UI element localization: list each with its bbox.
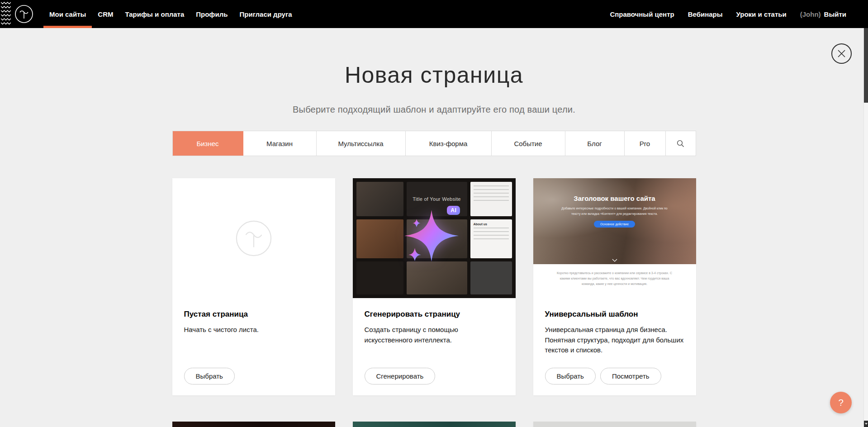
zigzag-icon	[1, 1, 11, 27]
page-subtitle: Выберите подходящий шаблон и адаптируйте…	[0, 104, 868, 115]
logout-label: Выйти	[824, 10, 846, 18]
blank-page-card: Пустая страница Начать с чистого листа. …	[172, 178, 335, 395]
mosaic-photo-tile	[356, 182, 403, 216]
view-template-button[interactable]: Посмотреть	[600, 368, 661, 384]
tab-pro[interactable]: Pro	[625, 131, 666, 156]
tilda-logo[interactable]	[14, 5, 33, 24]
scrollbar-down-arrow[interactable]	[864, 421, 868, 427]
nav-item-webinars[interactable]: Вебинары	[688, 10, 723, 18]
card-description: Универсальная страница для бизнеса. Поня…	[545, 325, 684, 356]
card-description: Начать с чистого листа.	[184, 325, 323, 335]
template-body-text: Коротко представьтесь и расскажите о ком…	[533, 264, 696, 298]
ai-generate-preview[interactable]: Title of Your Website About us	[353, 178, 516, 298]
nav-item-help-center[interactable]: Справочный центр	[610, 10, 674, 18]
chevron-down-icon	[612, 259, 617, 262]
mosaic-about-tile: About us	[470, 219, 512, 258]
nav-item-lessons[interactable]: Уроки и статьи	[736, 10, 787, 18]
tab-blog[interactable]: Блог	[565, 131, 625, 156]
template-preview-partial	[533, 422, 696, 427]
about-us-label: About us	[474, 223, 509, 226]
choose-blank-button[interactable]: Выбрать	[184, 368, 235, 384]
preview-site-title: Title of Your Website	[413, 196, 461, 202]
mosaic-photo-tile	[470, 261, 512, 294]
close-button[interactable]	[831, 43, 852, 64]
template-cta-button: Основное действие	[594, 221, 635, 228]
nav-item-tariffs[interactable]: Тарифы и оплата	[119, 0, 190, 28]
template-category-tabs: Бизнес Магазин Мультиссылка Квиз-форма С…	[172, 131, 696, 156]
card-actions: Выбрать Посмотреть	[545, 360, 684, 384]
template-card-partial[interactable]	[353, 422, 516, 427]
tilda-watermark-icon	[235, 220, 272, 257]
scrollbar-thumb[interactable]	[864, 28, 868, 103]
template-hero: Заголовок вашего сайта Добавьте интересн…	[533, 178, 696, 264]
blank-page-preview[interactable]	[172, 178, 335, 298]
tab-search[interactable]	[666, 131, 696, 156]
mosaic-photo-tile	[356, 219, 403, 258]
tab-event[interactable]: Событие	[492, 131, 565, 156]
top-navigation-bar: Мои сайты CRM Тарифы и оплата Профиль Пр…	[0, 0, 868, 28]
generate-button[interactable]: Сгенерировать	[365, 368, 436, 384]
card-title: Универсальный шаблон	[545, 310, 684, 319]
close-icon	[838, 50, 845, 57]
template-preview-partial	[353, 422, 516, 427]
user-name: (John)	[800, 10, 821, 18]
tab-shop[interactable]: Магазин	[243, 131, 317, 156]
card-actions: Выбрать	[184, 360, 323, 384]
template-card-partial[interactable]	[533, 422, 696, 427]
card-description: Создать страницу с помощью искусственног…	[365, 325, 504, 345]
tab-quiz-form[interactable]: Квиз-форма	[406, 131, 492, 156]
universal-template-preview[interactable]: Заголовок вашего сайта Добавьте интересн…	[533, 178, 696, 298]
tilda-squiggle-pattern	[0, 0, 12, 28]
tilda-logo-icon	[14, 5, 33, 24]
secondary-navigation: Справочный центр Вебинары Уроки и статьи…	[610, 0, 868, 28]
ai-generate-card: Title of Your Website About us	[353, 178, 516, 395]
nav-item-my-sites[interactable]: Мои сайты	[43, 0, 92, 28]
tab-business[interactable]: Бизнес	[173, 131, 243, 156]
scrollbar[interactable]	[863, 28, 868, 427]
placeholder-lines	[474, 185, 509, 201]
card-title: Сгенерировать страницу	[365, 310, 504, 319]
placeholder-lines	[474, 228, 509, 239]
nav-item-profile[interactable]: Профиль	[190, 0, 233, 28]
tab-multilink[interactable]: Мультиссылка	[317, 131, 406, 156]
new-page-dialog: Новая страница Выберите подходящий шабло…	[0, 62, 868, 427]
logout-link[interactable]: (John)Выйти	[800, 10, 846, 18]
ai-badge: AI	[447, 206, 460, 215]
nav-item-crm[interactable]: CRM	[92, 0, 119, 28]
template-card-partial[interactable]	[172, 422, 335, 427]
universal-template-card: Заголовок вашего сайта Добавьте интересн…	[533, 178, 696, 395]
card-actions: Сгенерировать	[365, 360, 504, 384]
mosaic-text-tile	[470, 182, 512, 216]
template-cards-row-partial	[172, 422, 696, 427]
template-cards-row: Пустая страница Начать с чистого листа. …	[172, 178, 696, 395]
template-hero-heading: Заголовок вашего сайта	[574, 195, 655, 202]
choose-template-button[interactable]: Выбрать	[545, 368, 596, 384]
page-title: Новая страница	[0, 62, 868, 88]
nav-item-invite-friend[interactable]: Пригласи друга	[233, 0, 298, 28]
mosaic-photo-tile	[356, 261, 403, 294]
template-hero-subtext: Добавьте интересные подробности о вашей …	[559, 206, 670, 216]
card-title: Пустая страница	[184, 310, 323, 319]
help-button[interactable]: ?	[830, 392, 852, 413]
main-navigation: Мои сайты CRM Тарифы и оплата Профиль Пр…	[43, 0, 298, 28]
search-icon	[677, 140, 684, 147]
template-preview-partial	[172, 422, 335, 427]
